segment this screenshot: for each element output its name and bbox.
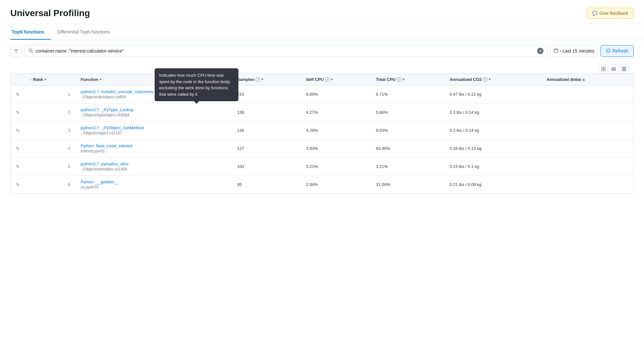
svg-rect-17 [624,67,625,71]
tabs-bar: TopN functions Differential TopN functio… [0,24,644,40]
svg-rect-9 [601,67,603,69]
filter-button[interactable] [10,45,22,57]
table-row: ✎ 5 python3.7: pymalloc_alloc ../Objects… [11,158,633,176]
function-link[interactable]: Python: __getitem__ [81,180,227,184]
th-total-cpu[interactable]: Total CPU i ▾ [371,74,445,85]
total-cpu-cell: 5.66% [371,103,445,122]
column-view-button[interactable] [620,64,629,73]
th-self-cpu[interactable]: Self CPU i ▾ [301,74,371,85]
feedback-icon: 💬 [592,11,598,16]
svg-rect-5 [554,49,558,53]
th-annualized-dollar[interactable]: Annualized dollar c [542,74,633,85]
svg-rect-15 [612,70,616,71]
dollar-cell [542,103,633,122]
th-edit [11,74,25,85]
self-cpu-cell: 3.93% [301,140,371,158]
edit-icon[interactable]: ✎ [16,164,20,169]
function-link[interactable]: python3.7: pymalloc_alloc [81,161,227,166]
function-cell: python3.7: _PyObject_GetMethod ../Object… [75,122,232,140]
table-row: ✎ 1 python3.7: lookdict_unicode_nodummy … [11,85,633,103]
function-link[interactable]: python3.7: _PyObject_GetMethod [81,125,227,130]
data-table: ↑ Rank ▾ Function ▾ Samples [11,74,633,193]
edit-icon[interactable]: ✎ [16,146,20,151]
function-path: ../Objects/typeobject.c#3084 [81,113,227,117]
samples-cell: 127 [232,140,301,158]
edit-cell: ✎ [11,140,25,158]
self-cpu-cell: 4.20% [301,122,371,140]
th-annualized-co2[interactable]: Annualized CO2 i ▾ [444,74,541,85]
table-row: ✎ 4 Python: flask_route_interest interes… [11,140,633,158]
function-link[interactable]: Python: flask_route_interest [81,143,227,148]
self-cpu-tooltip: Indicates how much CPU time was spent by… [155,68,238,101]
svg-rect-11 [601,69,603,71]
dollar-cell [542,85,633,103]
self-cpu-info-icon[interactable]: i [325,77,330,82]
give-feedback-button[interactable]: 💬 Give feedback [587,8,634,19]
search-input[interactable] [36,48,537,54]
dollar-cell [542,176,633,194]
table-row: ✎ 2 python3.7: _PyType_Lookup ../Objects… [11,103,633,122]
table-view-button[interactable] [599,64,608,73]
co2-sort-icon: ▾ [489,77,491,82]
total-cpu-cell: 6.71% [371,85,445,103]
th-rank[interactable]: ↑ Rank ▾ [25,74,75,85]
self-cpu-cell: 2.94% [301,176,371,194]
function-path: interest.py#31 [81,149,227,153]
edit-icon[interactable]: ✎ [16,182,20,187]
samples-cell: 95 [232,176,301,194]
self-cpu-cell: 3.21% [301,158,371,176]
co2-cell: 0.21 lbs / 0.09 kg [444,176,541,194]
function-cell: Python: flask_route_interest interest.py… [75,140,232,158]
svg-rect-13 [612,67,616,68]
function-sort-icon: ▾ [100,77,101,82]
svg-rect-12 [604,69,605,71]
th-samples[interactable]: Samples i ▾ [232,74,301,85]
co2-cell: 0.28 lbs / 0.13 kg [444,140,541,158]
edit-cell: ✎ [11,122,25,140]
co2-cell: 0.47 lbs / 0.21 kg [444,85,541,103]
svg-rect-14 [612,69,616,70]
co2-cell: 0.23 lbs / 0.1 kg [444,158,541,176]
main-content: Indicates how much CPU time was spent by… [0,62,644,194]
edit-cell: ✎ [11,158,25,176]
rank-cell: 6 [25,176,75,194]
edit-icon[interactable]: ✎ [16,128,20,133]
tab-topn[interactable]: TopN functions [10,24,51,40]
tab-differential[interactable]: Differential TopN functions [56,24,116,40]
co2-info-icon[interactable]: i [483,77,487,82]
edit-cell: ✎ [11,176,25,194]
function-path: ../Objects/obmalloc.c#1409 [81,167,227,171]
svg-rect-16 [622,67,623,71]
table-body: ✎ 1 python3.7: lookdict_unicode_nodummy … [11,85,633,194]
rank-cell: 3 [25,122,75,140]
view-icons [10,62,634,73]
dollar-cell [542,140,633,158]
filter-icon [14,48,19,54]
page-title: Universal Profiling [10,8,90,18]
page-header: Universal Profiling 💬 Give feedback [0,0,644,24]
total-cpu-cell: 9.03% [371,122,445,140]
dollar-cell [542,122,633,140]
function-path: os.py#679 [81,185,227,190]
search-container: ✕ [24,45,548,57]
calendar-icon [554,48,558,54]
total-cpu-info-icon[interactable]: i [397,77,401,82]
clear-search-button[interactable]: ✕ [537,48,543,54]
total-cpu-cell: 63.40% [371,140,445,158]
function-link[interactable]: python3.7: _PyType_Lookup [81,107,227,112]
svg-rect-10 [604,67,605,69]
rank-cell: 2 [25,103,75,122]
list-view-button[interactable] [609,64,618,73]
chevron-down-icon: ▾ [560,49,561,53]
function-cell: python3.7: _PyType_Lookup ../Objects/typ… [75,103,232,122]
time-picker[interactable]: ▾ Last 15 minutes [550,45,598,57]
function-cell: python3.7: pymalloc_alloc ../Objects/obm… [75,158,232,176]
rank-sort-up-icon: ↑ [30,78,32,82]
refresh-button[interactable]: Refresh [601,45,634,57]
self-cpu-sort-icon: ▾ [331,77,333,82]
samples-info-icon[interactable]: i [255,77,260,82]
edit-icon[interactable]: ✎ [16,110,20,115]
rank-cell: 4 [25,140,75,158]
samples-cell: 136 [232,122,301,140]
edit-icon[interactable]: ✎ [16,92,20,97]
